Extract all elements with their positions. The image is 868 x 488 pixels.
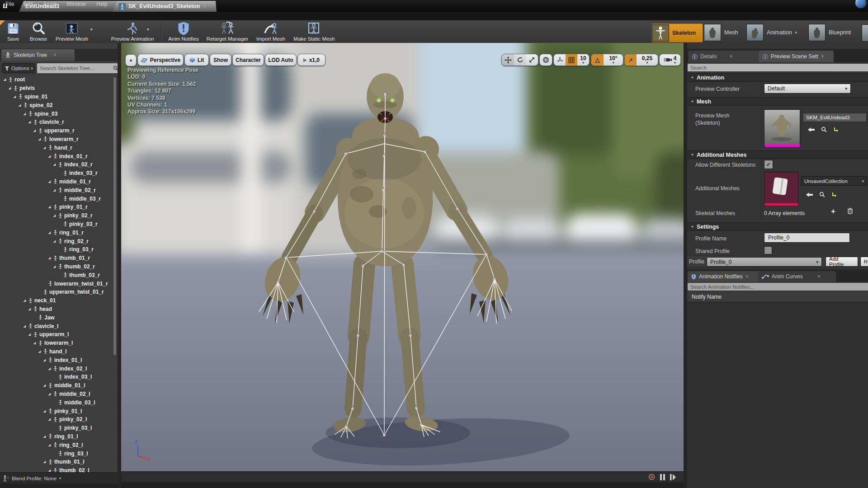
tree-row-spine_03[interactable]: ◢spine_03: [0, 109, 118, 118]
tree-row-middle_01_l[interactable]: ◢middle_01_l: [0, 381, 118, 390]
clear-array-button[interactable]: [847, 207, 853, 214]
profile-dropdown[interactable]: Profile_0▾: [707, 257, 822, 267]
tree-row-head[interactable]: ◢head: [0, 305, 118, 314]
expander-icon[interactable]: ◢: [3, 78, 7, 81]
close-icon[interactable]: ×: [203, 3, 206, 9]
expander-icon[interactable]: ◢: [38, 137, 42, 141]
camera-speed-button[interactable]: 4▾: [659, 54, 681, 66]
tree-row-pinky_01_r[interactable]: ◢pinky_01_r: [0, 203, 118, 211]
expander-icon[interactable]: ◢: [47, 205, 52, 209]
expander-icon[interactable]: ◢: [47, 155, 52, 158]
tree-row-middle_03_r[interactable]: middle_03_r: [0, 194, 118, 203]
expander-icon[interactable]: ◢: [42, 358, 47, 362]
tree-row-thumb_02_l[interactable]: ◢thumb_02_l: [0, 466, 118, 472]
tree-row-index_02_l[interactable]: ◢index_02_l: [0, 364, 118, 373]
use-selected-arrow-icon[interactable]: [807, 127, 815, 132]
preview-mesh-dropdown-icon[interactable]: ▾: [90, 27, 93, 32]
show-button[interactable]: Show: [210, 54, 231, 66]
lod-auto-button[interactable]: LOD Auto: [265, 54, 297, 66]
blend-profile-bar[interactable]: Blend Profile: None ▾: [0, 472, 120, 484]
tree-row-index_01_r[interactable]: ◢index_01_r: [0, 152, 118, 160]
close-icon[interactable]: ×: [817, 273, 821, 280]
tree-row-pinky_01_l[interactable]: ◢pinky_01_l: [0, 407, 118, 415]
grid-snap-toggle[interactable]: [566, 54, 577, 66]
reset-to-default-icon[interactable]: [831, 192, 837, 197]
menu-edit[interactable]: Edit: [24, 1, 33, 7]
section-mesh[interactable]: ▼Mesh: [687, 97, 868, 106]
mode-skeleton-button[interactable]: Skeleton: [651, 23, 703, 42]
preview-animation-button[interactable]: Preview Animation: [106, 21, 159, 42]
allow-different-skeletons-checkbox[interactable]: ✔: [764, 160, 773, 169]
tree-options-button[interactable]: Options ▾: [2, 63, 35, 73]
tree-row-spine_02[interactable]: ◢spine_02: [0, 101, 118, 109]
section-animation[interactable]: ▼Animation: [687, 73, 868, 82]
notifies-search-input[interactable]: Search Animation Notifies...: [688, 283, 868, 291]
tree-row-pinky_03_l[interactable]: pinky_03_l: [0, 424, 118, 432]
mode-mesh-button[interactable]: Mesh: [704, 23, 745, 42]
record-button[interactable]: [648, 474, 655, 480]
lit-button[interactable]: Lit: [184, 54, 209, 66]
tree-row-clavicle_r[interactable]: ◢clavicle_r: [0, 118, 118, 127]
expander-icon[interactable]: ◢: [42, 460, 47, 464]
tree-row-Jaw[interactable]: Jaw: [0, 313, 118, 322]
tree-row-ring_01_r[interactable]: ◢ring_01_r: [0, 228, 118, 237]
tree-row-pinky_03_r[interactable]: pinky_03_r: [0, 220, 118, 229]
grid-snap-value[interactable]: 10▾: [577, 55, 589, 65]
tree-row-lowerarm_twist_01_r[interactable]: lowerarm_twist_01_r: [0, 279, 118, 288]
tree-row-pinky_02_r[interactable]: ◢pinky_02_r: [0, 211, 118, 220]
menu-window[interactable]: Window: [66, 1, 86, 7]
expander-icon[interactable]: ◢: [47, 180, 52, 183]
expander-icon[interactable]: ◢: [47, 443, 52, 447]
tree-row-pelvis[interactable]: ◢pelvis: [0, 84, 118, 93]
tab-details[interactable]: Details ×: [688, 51, 762, 62]
expander-icon[interactable]: ◢: [28, 333, 32, 336]
scale-tool-button[interactable]: [526, 54, 538, 66]
tree-row-upperarm_r[interactable]: ◢upperarm_r: [0, 127, 118, 135]
browse-to-asset-icon[interactable]: [819, 192, 825, 197]
expander-icon[interactable]: ◢: [47, 418, 52, 421]
close-icon[interactable]: ×: [821, 53, 824, 60]
tree-row-pinky_02_l[interactable]: ◢pinky_02_l: [0, 415, 118, 424]
tree-row-index_03_l[interactable]: index_03_l: [0, 373, 118, 381]
expander-icon[interactable]: ◢: [52, 239, 57, 243]
viewport-timeline-bar[interactable]: [121, 471, 684, 483]
additional-meshes-dropdown[interactable]: UnsavedCollection▾: [801, 176, 867, 186]
make-static-mesh-button[interactable]: Make Static Mesh: [290, 21, 338, 42]
remove-profile-button-clipped[interactable]: Re: [860, 257, 868, 267]
tree-row-thumb_01_r[interactable]: ◢thumb_01_r: [0, 254, 118, 263]
menu-file[interactable]: File: [5, 1, 14, 7]
expander-icon[interactable]: ◢: [52, 163, 57, 166]
rotation-snap-toggle[interactable]: △: [591, 54, 604, 66]
expander-icon[interactable]: ◢: [47, 367, 52, 371]
browse-to-asset-icon[interactable]: [821, 127, 827, 132]
tree-row-thumb_03_r[interactable]: thumb_03_r: [0, 271, 118, 279]
tree-row-thumb_01_l[interactable]: ◢thumb_01_l: [0, 458, 118, 466]
tree-scrollbar[interactable]: [113, 77, 116, 355]
tree-row-hand_r[interactable]: ◢hand_r: [0, 143, 118, 152]
tree-row-index_02_r[interactable]: ◢index_02_r: [0, 160, 118, 169]
preview-controller-dropdown[interactable]: Default▾: [764, 84, 851, 94]
tab-animation-notifies[interactable]: Animation Notifies ×: [688, 271, 764, 282]
tree-row-upperarm_l[interactable]: ◢upperarm_l: [0, 330, 118, 339]
tree-row-ring_03_l[interactable]: ring_03_l: [0, 449, 118, 458]
scale-snap-value[interactable]: 0,25▾: [637, 55, 658, 65]
close-icon[interactable]: ×: [730, 53, 733, 60]
expander-icon[interactable]: ◢: [13, 95, 17, 99]
tree-row-neck_01[interactable]: ◢neck_01: [0, 296, 118, 305]
expander-icon[interactable]: ◢: [42, 435, 47, 438]
tree-row-clavicle_l[interactable]: ◢clavicle_l: [0, 322, 118, 330]
expander-icon[interactable]: ◢: [23, 299, 27, 302]
panel-divider[interactable]: [118, 43, 121, 488]
expander-icon[interactable]: ◢: [28, 307, 32, 311]
preview-animation-dropdown-icon[interactable]: ▾: [147, 27, 149, 32]
profile-name-field[interactable]: Profile_0: [764, 233, 850, 243]
expander-icon[interactable]: ◢: [52, 214, 57, 217]
tree-row-ring_03_r[interactable]: ring_03_r: [0, 245, 118, 254]
tree-row-ring_01_l[interactable]: ◢ring_01_l: [0, 432, 118, 441]
preview-mesh-value[interactable]: SKM_EvilUndead3: [803, 113, 867, 122]
rotation-snap-value[interactable]: 10°▾: [604, 55, 623, 65]
notifies-empty-list[interactable]: [687, 303, 868, 488]
perspective-button[interactable]: Perspective: [137, 54, 184, 66]
anim-notifies-button[interactable]: Anim Notifies: [165, 21, 203, 42]
close-icon[interactable]: ×: [53, 52, 57, 58]
